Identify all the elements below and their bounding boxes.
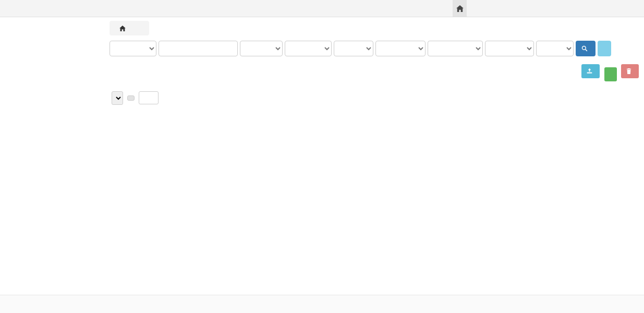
add-button[interactable]	[604, 67, 617, 81]
feature-category-select[interactable]	[428, 41, 483, 56]
level1-category-select[interactable]	[240, 41, 283, 56]
home-button[interactable]	[453, 0, 467, 17]
pagination-row	[110, 91, 636, 105]
search-icon	[581, 45, 588, 52]
data-source-select[interactable]	[110, 41, 156, 56]
sidebar	[4, 24, 99, 37]
item-type-select[interactable]	[485, 41, 534, 56]
page-info	[110, 91, 161, 105]
module-sub-category-select[interactable]	[375, 41, 426, 56]
name-search-input[interactable]	[159, 41, 238, 56]
sidebar-title	[4, 24, 99, 35]
module-select[interactable]	[334, 41, 373, 56]
filter-bar	[110, 41, 639, 56]
per-page-select[interactable]	[112, 91, 123, 105]
import-excel-button[interactable]	[581, 64, 600, 78]
top-header-bar	[0, 0, 644, 17]
header-right	[453, 0, 476, 17]
main-content	[110, 21, 639, 105]
upload-icon	[587, 68, 592, 74]
action-toolbar	[110, 64, 639, 81]
search-button[interactable]	[576, 41, 596, 56]
house-icon	[119, 26, 126, 31]
level2-category-select[interactable]	[285, 41, 332, 56]
user-menu[interactable]	[475, 5, 476, 12]
reset-button[interactable]	[598, 41, 611, 56]
batch-delete-button[interactable]	[621, 64, 639, 78]
status-select[interactable]	[536, 41, 574, 56]
page-footer	[0, 295, 644, 313]
house-icon	[456, 5, 464, 12]
jump-to-button[interactable]	[127, 95, 135, 101]
page-number-input[interactable]	[139, 91, 159, 104]
breadcrumb	[110, 21, 149, 35]
trash-icon	[626, 68, 631, 74]
